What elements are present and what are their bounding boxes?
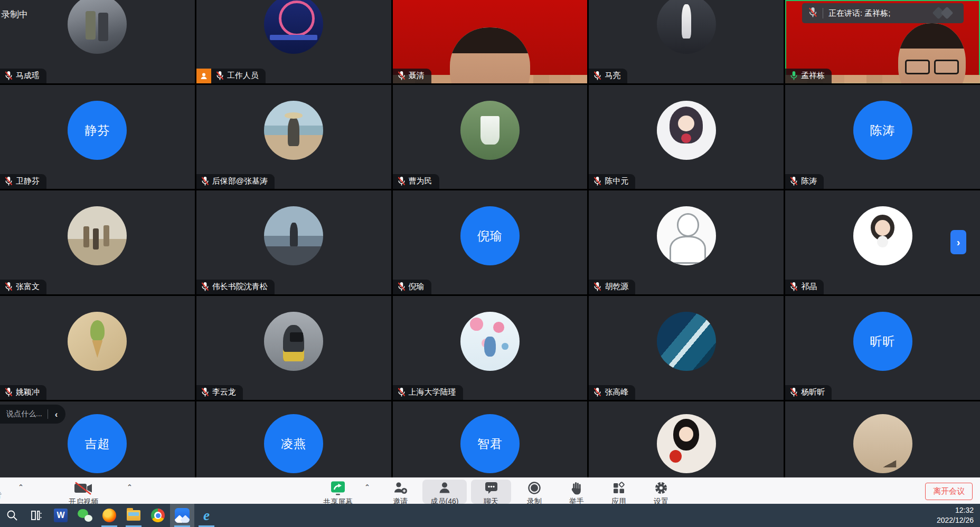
video-options-chevron[interactable]: ⌃ — [127, 483, 133, 491]
record-button[interactable]: 录制 — [514, 480, 554, 504]
mic-muted-icon — [790, 387, 798, 397]
chat-button[interactable]: 聊天 — [471, 480, 511, 504]
participant-tile[interactable]: 凌燕 — [196, 401, 391, 477]
participant-tile[interactable]: 张富文 — [0, 190, 195, 294]
mic-muted-icon — [201, 282, 209, 292]
settings-button[interactable]: 设置 — [641, 480, 681, 504]
participant-name: 后保部@张基涛 — [212, 176, 268, 186]
participant-name-label: 张高峰 — [589, 385, 635, 400]
members-button[interactable]: 成员(46) — [422, 480, 467, 504]
avatar-photo — [657, 312, 716, 371]
participant-tile[interactable]: 后保部@张基涛 — [196, 85, 391, 189]
avatar-photo — [264, 101, 323, 160]
participant-tile[interactable]: 陈涛陈涛 — [785, 85, 980, 189]
participant-name-label: 孟祥栋 — [785, 69, 832, 83]
participant-tile[interactable]: 马成瑶 — [0, 0, 195, 83]
mic-muted-icon — [398, 71, 406, 81]
participant-tile[interactable]: 陈中元 — [589, 85, 784, 189]
avatar-photo — [853, 414, 912, 473]
participant-name-label: 倪瑜 — [393, 280, 431, 294]
participant-tile[interactable]: 姚颖冲 — [0, 296, 195, 400]
participant-name-label: 胡乾源 — [589, 280, 635, 294]
participant-name-label: 陈涛 — [785, 174, 824, 189]
participant-name: 马成瑶 — [16, 71, 40, 81]
chat-placeholder[interactable]: 说点什么... — [6, 409, 42, 419]
mute-options-chevron[interactable]: ⌃ — [18, 483, 24, 491]
participant-tile[interactable]: 倪瑜倪瑜 — [393, 190, 588, 294]
members-icon — [438, 481, 451, 497]
taskbar-task-view-icon[interactable] — [24, 504, 49, 527]
participant-name: 上海大学陆瑾 — [409, 387, 456, 397]
banner-mic-muted-icon — [808, 7, 817, 20]
participant-name-label: 伟长书院沈青松 — [196, 280, 275, 294]
participant-name: 陈涛 — [801, 176, 817, 186]
avatar-photo — [460, 101, 520, 160]
mic-muted-icon — [5, 176, 13, 186]
avatar-photo — [68, 0, 127, 54]
video-face — [450, 27, 530, 83]
participant-name-label: 陈中元 — [589, 174, 635, 189]
chat-collapse-icon[interactable]: ‹ — [53, 410, 60, 419]
taskbar-firefox-icon[interactable] — [97, 504, 121, 527]
taskbar-wechat-icon[interactable] — [73, 504, 97, 527]
taskbar-clock[interactable]: 12:32 2022/12/26 — [937, 504, 980, 527]
participant-tile[interactable] — [589, 401, 784, 477]
meeting-logo-icon — [931, 6, 957, 20]
meeting-toolbar: 音 ⌃ 开启视频 ⌃ 共享屏幕 ⌃ 邀请 成员(46) 聊天 录制 — [0, 477, 980, 504]
taskbar-internet-explorer-icon[interactable]: e — [194, 504, 219, 527]
participant-tile[interactable]: 工作人员 — [196, 0, 391, 83]
participant-tile[interactable]: 曹为民 — [393, 85, 588, 189]
invite-button[interactable]: 邀请 — [380, 480, 420, 504]
participant-name-label: 聂清 — [393, 69, 431, 83]
avatar-photo — [657, 206, 716, 265]
participant-tile[interactable] — [785, 401, 980, 477]
participant-tile[interactable]: 李云龙 — [196, 296, 391, 400]
mic-muted-icon — [5, 282, 13, 292]
mute-button-clipped[interactable]: 音 — [0, 491, 2, 500]
share-options-chevron[interactable]: ⌃ — [364, 483, 370, 491]
participant-tile[interactable]: 智君 — [393, 401, 588, 477]
taskbar-word-icon[interactable]: W — [49, 504, 73, 527]
participant-tile[interactable]: 静芬卫静芬 — [0, 85, 195, 189]
mic-muted-icon — [5, 387, 13, 397]
share-screen-button[interactable]: 共享屏幕 — [315, 480, 361, 504]
windows-taskbar: W e 12:32 2022/12/26 — [0, 504, 980, 527]
participant-tile[interactable]: 伟长书院沈青松 — [196, 190, 391, 294]
taskbar-chrome-icon[interactable] — [146, 504, 170, 527]
mic-muted-icon — [398, 387, 406, 397]
participant-tile[interactable]: 马亮 — [589, 0, 784, 83]
participant-tile[interactable]: 聂清 — [393, 0, 588, 83]
camera-off-icon — [73, 481, 93, 497]
chat-icon — [484, 481, 498, 497]
participant-tile[interactable]: 上海大学陆瑾 — [393, 296, 588, 400]
chat-input-overlay[interactable]: 说点什么... ‹ — [0, 405, 65, 424]
participant-name: 胡乾源 — [605, 282, 628, 292]
taskbar-file-explorer-icon[interactable] — [121, 504, 146, 527]
participant-name: 陈中元 — [605, 176, 628, 186]
meeting-video-area: 马成瑶工作人员聂清马亮孟祥栋静芬卫静芬后保部@张基涛曹为民陈中元陈涛陈涛张富文伟… — [0, 0, 980, 477]
participant-tile[interactable]: 昕昕杨昕昕 — [785, 296, 980, 400]
participant-tile[interactable]: 胡乾源 — [589, 190, 784, 294]
mic-muted-icon — [593, 387, 601, 397]
avatar-photo — [264, 206, 323, 265]
participant-name-label: 张富文 — [0, 280, 46, 294]
mic-muted-icon — [398, 176, 406, 186]
mic-muted-icon — [398, 282, 406, 292]
participant-name: 卫静芬 — [16, 176, 40, 186]
avatar-photo — [68, 312, 127, 371]
mic-muted-icon — [593, 282, 601, 292]
participant-name: 倪瑜 — [409, 282, 425, 292]
video-face — [898, 23, 966, 83]
start-video-button[interactable]: 开启视频 — [51, 480, 116, 504]
taskbar-tencent-meeting-icon[interactable] — [170, 504, 194, 527]
expand-panel-arrow[interactable]: › — [950, 230, 966, 254]
record-icon — [527, 481, 541, 497]
speaking-banner: 正在讲话: 孟祥栋; — [802, 3, 964, 23]
leave-meeting-button[interactable]: 离开会议 — [925, 483, 973, 500]
apps-button[interactable]: 应用 — [599, 480, 639, 504]
taskbar-search-icon[interactable] — [0, 504, 24, 527]
recording-indicator: 录制中 — [1, 8, 28, 21]
participant-tile[interactable]: 张高峰 — [589, 296, 784, 400]
raise-hand-button[interactable]: 举手 — [557, 480, 597, 504]
participant-name: 马亮 — [605, 71, 620, 81]
